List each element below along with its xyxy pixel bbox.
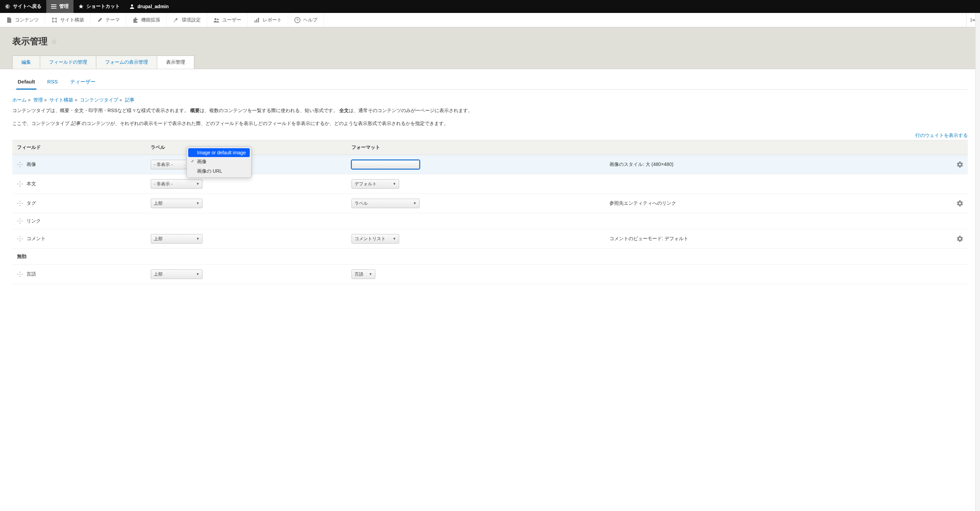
intro-line-2: ここで、コンテンツタイプ 記事 のコンテンツが、それぞれの表示モードで表示された… (12, 120, 968, 128)
menu-reports-label: レポート (263, 17, 282, 23)
field-name: 画像 (27, 161, 36, 168)
tab-manage-form[interactable]: フォームの表示管理 (96, 56, 157, 69)
menu-config[interactable]: 環境設定 (167, 13, 207, 27)
back-to-site[interactable]: サイトへ戻る (0, 0, 46, 13)
secondary-tabs: Default RSS ティーザー (12, 75, 968, 89)
drag-handle-icon[interactable] (17, 236, 23, 242)
drag-handle-icon[interactable] (17, 181, 23, 187)
tab-manage-display[interactable]: 表示管理 (157, 56, 194, 69)
format-select[interactable]: 言語▼ (352, 270, 375, 279)
caret-down-icon: ▼ (393, 237, 396, 241)
format-settings-summary: コメントのビューモード: デフォルト (605, 229, 920, 248)
dropdown-option-image-default[interactable]: Image or default image (188, 148, 250, 157)
format-select[interactable]: デフォルト▼ (352, 179, 399, 189)
crumb-article[interactable]: 記事 (125, 97, 134, 102)
svg-rect-12 (256, 19, 257, 22)
disabled-section-header: 無効 (12, 248, 968, 264)
svg-point-4 (131, 5, 133, 6)
menu-structure[interactable]: サイト構築 (45, 13, 91, 27)
menu-people[interactable]: ユーザー (207, 13, 248, 27)
shortcuts-menu[interactable]: ショートカット (73, 0, 124, 13)
tab-manage-fields[interactable]: フィールドの管理 (40, 56, 96, 69)
th-ops (920, 140, 968, 155)
menu-appearance[interactable]: テーマ (91, 13, 126, 27)
svg-rect-3 (51, 8, 56, 8)
hamburger-icon (51, 4, 56, 9)
gear-icon[interactable] (957, 161, 963, 168)
menu-content-label: コンテンツ (15, 17, 39, 23)
table-row: リンク (12, 213, 968, 229)
shortcuts-label: ショートカット (86, 3, 120, 10)
table-body: 画像- 非表示 -▼画像のスタイル: 大 (480×480)本文- 非表示 -▼… (12, 155, 968, 284)
back-icon (5, 4, 10, 9)
menu-extend-label: 機能拡張 (141, 17, 160, 23)
th-info (605, 140, 920, 155)
th-field: フィールド (12, 140, 146, 155)
vertical-scrollbar[interactable] (975, 13, 980, 298)
manage-label: 管理 (59, 3, 69, 10)
svg-point-9 (215, 18, 216, 20)
caret-down-icon: ▼ (369, 272, 372, 276)
caret-down-icon: ▼ (196, 182, 199, 186)
label-select[interactable]: 上部▼ (151, 234, 202, 244)
caret-down-icon: ▼ (196, 201, 199, 205)
drag-handle-icon[interactable] (17, 161, 23, 168)
table-row: コメント上部▼コメントリスト▼コメントのビューモード: デフォルト (12, 229, 968, 248)
drag-handle-icon[interactable] (17, 200, 23, 206)
svg-text:?: ? (296, 18, 299, 22)
tab-edit[interactable]: 編集 (12, 56, 40, 69)
field-name: 言語 (27, 271, 36, 277)
table-row: タグ上部▼ラベル▼参照先エンティティへのリンク (12, 193, 968, 213)
menu-content[interactable]: コンテンツ (0, 13, 45, 27)
gear-icon[interactable] (957, 200, 963, 206)
subtab-teaser[interactable]: ティーザー (69, 75, 97, 89)
structure-icon (51, 17, 57, 23)
svg-rect-1 (51, 5, 56, 5)
caret-down-icon: ▼ (196, 237, 199, 241)
format-select[interactable]: ラベル▼ (352, 199, 420, 208)
menu-reports[interactable]: レポート (248, 13, 288, 27)
crumb-content-types[interactable]: コンテンツタイプ (80, 97, 118, 102)
help-icon: ? (294, 17, 301, 23)
label-select[interactable]: - 非表示 -▼ (151, 179, 202, 189)
star-icon (78, 4, 84, 9)
top-toolbar: サイトへ戻る 管理 ショートカット drupal_admin (0, 0, 980, 13)
crumb-structure[interactable]: サイト構築 (49, 97, 73, 102)
menu-structure-label: サイト構築 (60, 17, 84, 23)
dropdown-option-image[interactable]: 画像 (188, 157, 250, 166)
label-select[interactable]: 上部▼ (151, 270, 202, 279)
user-menu[interactable]: drupal_admin (124, 0, 173, 13)
gear-icon[interactable] (957, 236, 963, 242)
label-select[interactable]: 上部▼ (151, 199, 202, 208)
subtab-rss[interactable]: RSS (46, 75, 59, 89)
th-format: フォーマット (347, 140, 605, 155)
format-settings-summary (605, 213, 920, 229)
menu-people-label: ユーザー (222, 17, 241, 23)
manage-toggle[interactable]: 管理 (46, 0, 73, 13)
format-dropdown-popup: Image or default image 画像 画像の URL (186, 147, 251, 178)
crumb-manage[interactable]: 管理 (33, 97, 43, 102)
puzzle-icon (132, 17, 138, 23)
menu-extend[interactable]: 機能拡張 (126, 13, 167, 27)
show-row-weights-link[interactable]: 行のウェイトを表示する (915, 133, 968, 138)
page-header: 表示管理 ☆ 編集 フィールドの管理 フォームの表示管理 表示管理 (0, 27, 980, 69)
subtab-default[interactable]: Default (16, 75, 37, 89)
svg-rect-2 (51, 6, 56, 7)
format-select[interactable]: コメントリスト▼ (352, 234, 399, 244)
svg-rect-13 (258, 18, 259, 22)
admin-menu: コンテンツ サイト構築 テーマ 機能拡張 環境設定 ユーザー レポート ? ヘル… (0, 13, 980, 27)
dropdown-option-image-url[interactable]: 画像の URL (188, 166, 250, 176)
menu-help[interactable]: ? ヘルプ (288, 13, 324, 27)
crumb-home[interactable]: ホーム (12, 97, 27, 102)
user-label: drupal_admin (137, 4, 169, 9)
format-settings-summary: 参照先エンティティへのリンク (605, 193, 920, 213)
svg-rect-16 (971, 18, 972, 22)
format-settings-summary (605, 264, 920, 284)
format-settings-summary: 画像のスタイル: 大 (480×480) (605, 155, 920, 174)
people-icon (213, 17, 220, 23)
shortcut-star-icon[interactable]: ☆ (51, 37, 57, 46)
caret-down-icon: ▼ (196, 272, 199, 276)
drag-handle-icon[interactable] (17, 271, 23, 277)
format-select[interactable] (352, 160, 420, 169)
drag-handle-icon[interactable] (17, 218, 23, 224)
